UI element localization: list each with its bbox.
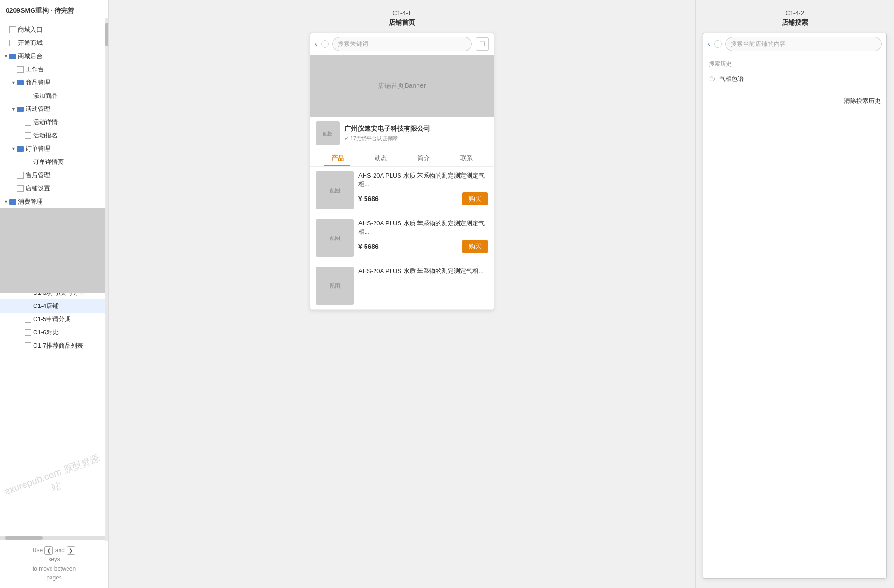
sidebar-item-item-order-mgmt[interactable]: ▼订单管理 bbox=[0, 142, 108, 155]
sidebar-item-label: 商城后台 bbox=[18, 52, 43, 60]
sidebar-item-item-store-backend[interactable]: ▼商城后台 bbox=[0, 50, 108, 63]
product-pic: 配图 bbox=[316, 171, 354, 209]
sidebar-item-item-store-entry[interactable]: 商城入口 bbox=[0, 23, 108, 36]
buy-button[interactable]: 购买 bbox=[462, 192, 488, 205]
page-icon bbox=[25, 329, 31, 336]
footer-use: Use bbox=[33, 547, 43, 554]
right-panel-title: 店铺搜索 bbox=[782, 18, 808, 27]
sidebar-item-item-store-settings[interactable]: 店铺设置 bbox=[0, 182, 108, 195]
arrow-down-icon[interactable]: ▼ bbox=[11, 146, 16, 151]
sidebar-item-item-c1-5[interactable]: C1-5申请分期 bbox=[0, 313, 108, 326]
page-icon bbox=[17, 66, 24, 73]
product-name: AHS-20A PLUS 水质 苯系物的测定测定测定气相... bbox=[358, 171, 488, 188]
sidebar-item-label: 活动详情 bbox=[33, 118, 58, 127]
arrow-down-icon[interactable]: ▼ bbox=[11, 107, 16, 111]
product-list: 配图 AHS-20A PLUS 水质 苯系物的测定测定测定气相... ¥ 568… bbox=[310, 167, 494, 310]
page-icon bbox=[9, 40, 16, 46]
tab-dynamic[interactable]: 动态 bbox=[359, 150, 402, 166]
page-icon bbox=[17, 185, 24, 192]
h-scrollbar-thumb[interactable] bbox=[5, 536, 43, 540]
sidebar-item-item-open-store[interactable]: 开通商城 bbox=[0, 36, 108, 50]
page-icon bbox=[25, 159, 31, 165]
product-info: AHS-20A PLUS 水质 苯系物的测定测定测定气相... ¥ 5686 购… bbox=[358, 171, 488, 205]
buy-button[interactable]: 购买 bbox=[462, 240, 488, 253]
banner-text: 店铺首页Banner bbox=[378, 82, 426, 90]
sidebar-item-item-workbench[interactable]: 工作台 bbox=[0, 63, 108, 76]
folder-icon bbox=[17, 107, 24, 112]
store-badge: ✓ 17无忧平台认证保障 bbox=[344, 135, 488, 142]
history-icon: ⏱ bbox=[709, 75, 715, 83]
arrow-down-icon[interactable]: ▼ bbox=[4, 54, 8, 59]
search-placeholder: 搜索关键词 bbox=[338, 40, 368, 48]
right-panel-code: C1-4-2 bbox=[785, 9, 804, 17]
sidebar-item-label: C1-7推荐商品列表 bbox=[33, 341, 83, 350]
page-icon bbox=[17, 172, 24, 179]
product-item: 配图 AHS-20A PLUS 水质 苯系物的测定测定气相... bbox=[310, 262, 494, 310]
left-panel-code: C1-4-1 bbox=[392, 9, 411, 17]
arrow-down-icon[interactable]: ▼ bbox=[4, 199, 8, 204]
product-name: AHS-20A PLUS 水质 苯系物的测定测定测定气相... bbox=[358, 219, 488, 236]
sidebar-item-item-add-product[interactable]: 添加商品 bbox=[0, 89, 108, 102]
sidebar-item-item-activity-detail[interactable]: 活动详情 bbox=[0, 116, 108, 129]
sidebar-item-item-order-detail[interactable]: 订单详情页 bbox=[0, 155, 108, 169]
product-pic: 配图 bbox=[316, 219, 354, 257]
footer-pages: pages bbox=[46, 574, 62, 581]
sidebar-item-label: C1-4店铺 bbox=[33, 302, 59, 310]
folder-icon bbox=[17, 146, 24, 152]
page-icon bbox=[25, 303, 31, 309]
overlay-placeholder bbox=[0, 208, 109, 293]
product-bottom: ¥ 5686 购买 bbox=[358, 240, 488, 253]
page-icon bbox=[25, 119, 31, 126]
sidebar-item-item-aftersale[interactable]: 售后管理 bbox=[0, 169, 108, 182]
sidebar-item-item-c1-7[interactable]: C1-7推荐商品列表 bbox=[0, 339, 108, 352]
badge-text: 17无忧平台认证保障 bbox=[350, 135, 398, 142]
footer-and: and bbox=[55, 547, 65, 554]
sidebar-item-item-activity-mgmt[interactable]: ▼活动管理 bbox=[0, 102, 108, 116]
search-back-icon[interactable]: ‹ bbox=[708, 40, 710, 48]
search-bar[interactable]: 搜索关键词 bbox=[332, 37, 472, 51]
store-avatar: 配图 bbox=[316, 121, 340, 145]
product-info: AHS-20A PLUS 水质 苯系物的测定测定测定气相... ¥ 5686 购… bbox=[358, 219, 488, 253]
right-phone-frame: ‹ 搜索当前店铺的内容 搜索历史 ⏱ 气相色谱 清除搜索历史 bbox=[703, 33, 887, 579]
page-icon bbox=[25, 316, 31, 323]
share-icon[interactable]: ☐ bbox=[476, 37, 489, 51]
search-dot bbox=[714, 40, 722, 48]
sidebar-item-label: 活动管理 bbox=[26, 105, 50, 113]
product-price: ¥ 5686 bbox=[358, 243, 379, 250]
sidebar-item-label: 商品管理 bbox=[26, 78, 50, 87]
h-scrollbar[interactable] bbox=[0, 536, 108, 540]
page-icon bbox=[25, 93, 31, 99]
product-info: AHS-20A PLUS 水质 苯系物的测定测定气相... bbox=[358, 267, 488, 279]
sidebar-item-item-c1-6[interactable]: C1-6对比 bbox=[0, 326, 108, 339]
search-history-item[interactable]: ⏱ 气相色谱 bbox=[703, 71, 886, 87]
search-input-placeholder: 搜索当前店铺的内容 bbox=[731, 40, 786, 48]
sidebar-item-item-c1-4[interactable]: C1-4店铺 bbox=[0, 299, 108, 313]
tab-intro[interactable]: 简介 bbox=[402, 150, 445, 166]
sidebar-item-item-activity-signup[interactable]: 活动报名 bbox=[0, 129, 108, 142]
banner-area: 店铺首页Banner bbox=[310, 55, 494, 117]
tab-products[interactable]: 产品 bbox=[316, 150, 359, 166]
key-right-icon: ❯ bbox=[67, 546, 75, 555]
arrow-down-icon[interactable]: ▼ bbox=[11, 80, 16, 85]
back-icon[interactable]: ‹ bbox=[315, 40, 317, 48]
search-history-label: 搜索历史 bbox=[703, 55, 886, 71]
left-phone-frame: ‹ 搜索关键词 ☐ 店铺首页Banner 配图 bbox=[310, 33, 494, 310]
store-name: 广州仪速安电子科技有限公司 bbox=[344, 125, 488, 133]
footer-to-move: to move between bbox=[33, 565, 76, 572]
store-tabs: 产品 动态 简介 联系 bbox=[310, 150, 494, 167]
product-pic-label: 配图 bbox=[330, 282, 340, 290]
sidebar-item-item-consumer-mgmt[interactable]: ▼消费管理 bbox=[0, 195, 108, 208]
page-icon bbox=[9, 26, 16, 33]
tab-contact[interactable]: 联系 bbox=[445, 150, 488, 166]
search-header: ‹ 搜索当前店铺的内容 bbox=[703, 33, 886, 55]
search-input[interactable]: 搜索当前店铺的内容 bbox=[725, 37, 882, 51]
main-content: C1-4-1 店铺首页 ‹ 搜索关键词 ☐ 店铺首页Banner bbox=[109, 0, 894, 588]
page-icon bbox=[25, 342, 31, 349]
sidebar-item-label: C1-5申请分期 bbox=[33, 315, 71, 324]
product-pic: 配图 bbox=[316, 267, 354, 305]
clear-history-button[interactable]: 清除搜索历史 bbox=[703, 92, 886, 110]
sidebar-item-item-product-mgmt[interactable]: ▼商品管理 bbox=[0, 76, 108, 89]
sidebar-item-label: 店铺设置 bbox=[26, 184, 50, 193]
product-price: ¥ 5686 bbox=[358, 195, 379, 203]
product-item: 配图 AHS-20A PLUS 水质 苯系物的测定测定测定气相... ¥ 568… bbox=[310, 214, 494, 262]
